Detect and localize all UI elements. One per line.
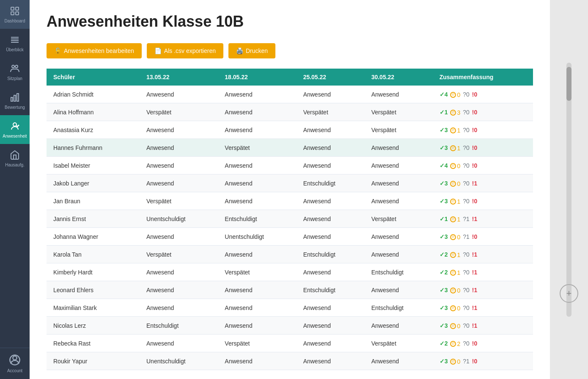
table-row: Isabel MeisterAnwesendAnwesendAnwesendAn… bbox=[47, 157, 533, 174]
table-row: Johanna WagnerAnwesendUnentschuldigtAnwe… bbox=[47, 228, 533, 246]
anwesenheit-icon bbox=[9, 120, 21, 132]
summary-cell: ✓3⏱0?0!1 bbox=[433, 281, 533, 299]
svg-point-13 bbox=[13, 123, 16, 126]
table-row: Adrian SchmidtAnwesendAnwesendAnwesendAn… bbox=[47, 86, 533, 103]
summary-cell: ✓3⏱1?0!0 bbox=[433, 192, 533, 210]
print-icon: 🖨️ bbox=[236, 47, 243, 54]
summary-cell: ✓3⏱0?1!0 bbox=[433, 228, 533, 246]
table-row: Roukir YapurUnentschuldigtAnwesendAnwese… bbox=[47, 352, 533, 370]
main-content: Anwesenheiten Klasse 10B 🔓 Anwesenheiten… bbox=[30, 0, 550, 379]
account-icon bbox=[9, 354, 21, 367]
summary-cell: ✓1⏱3?0!0 bbox=[433, 103, 533, 121]
svg-rect-11 bbox=[14, 95, 16, 101]
table-row: Nicolas LerzEntschuldigtAnwesendAnwesend… bbox=[47, 317, 533, 335]
table-row: Jannis ErnstUnentschuldigtEntschuldigtAn… bbox=[47, 210, 533, 228]
summary-cell: ✓2⏱2?0!0 bbox=[433, 335, 533, 352]
scrollbar-track[interactable] bbox=[566, 63, 572, 317]
sidebar: Dashboard Überblick Sitzplan bbox=[0, 0, 30, 379]
attendance-table: Schüler 13.05.22 18.05.22 25.05.22 30.05… bbox=[47, 69, 533, 370]
table-header-row: Schüler 13.05.22 18.05.22 25.05.22 30.05… bbox=[47, 69, 533, 86]
right-panel: + bbox=[550, 0, 588, 379]
summary-cell: ✓2⏱1?0!1 bbox=[433, 263, 533, 281]
table-row: Kimberly HardtAnwesendVerspätetAnwesendE… bbox=[47, 263, 533, 281]
col-header-date2: 18.05.22 bbox=[218, 69, 296, 86]
table-row: Rebecka RastAnwesendVerspätetAnwesendVer… bbox=[47, 335, 533, 352]
sidebar-item-sitzplan[interactable]: Sitzplan bbox=[0, 58, 30, 86]
svg-point-9 bbox=[15, 65, 18, 68]
sidebar-item-anwesenheit-label: Anwesenheit bbox=[3, 134, 27, 139]
add-column-button[interactable]: + bbox=[560, 284, 578, 303]
sitzplan-icon bbox=[9, 63, 21, 75]
scrollbar-thumb[interactable] bbox=[566, 67, 572, 101]
table-row: Jan BraunVerspätetAnwesendAnwesendAnwese… bbox=[47, 192, 533, 210]
col-header-summary: Zusammenfassung bbox=[433, 69, 533, 86]
table-row: Karola TanVerspätetAnwesendEntschuldigtA… bbox=[47, 246, 533, 263]
print-button-label: Drucken bbox=[246, 47, 268, 54]
sidebar-item-bewertung-label: Bewertung bbox=[5, 105, 25, 110]
page-title: Anwesenheiten Klasse 10B bbox=[47, 13, 533, 30]
summary-cell: ✓3⏱1?0!0 bbox=[433, 139, 533, 157]
table-row: Alina HoffmannVerspätetAnwesendVerspätet… bbox=[47, 103, 533, 121]
sidebar-item-dashboard[interactable]: Dashboard bbox=[0, 0, 30, 29]
sidebar-item-ueberblick-label: Überblick bbox=[6, 47, 24, 53]
sidebar-item-dashboard-label: Dashboard bbox=[5, 19, 25, 24]
export-csv-button[interactable]: 📄 Als .csv exportieren bbox=[147, 43, 223, 58]
dashboard-icon bbox=[9, 5, 21, 17]
summary-cell: ✓1⏱1?1!1 bbox=[433, 210, 533, 228]
svg-rect-1 bbox=[16, 7, 19, 10]
table-row: Anastasia KurzAnwesendAnwesendAnwesendVe… bbox=[47, 121, 533, 139]
col-header-date3: 25.05.22 bbox=[297, 69, 365, 86]
page-content: Anwesenheiten Klasse 10B 🔓 Anwesenheiten… bbox=[30, 0, 550, 379]
table-row: Jakob LangerAnwesendAnwesendEntschuldigt… bbox=[47, 174, 533, 192]
summary-cell: ✓4⏱0?0!0 bbox=[433, 157, 533, 174]
summary-cell: ✓4⏱0?0!0 bbox=[433, 86, 533, 103]
summary-cell: ✓2⏱1?0!1 bbox=[433, 246, 533, 263]
account-label: Account bbox=[7, 368, 22, 373]
col-header-schueler: Schüler bbox=[47, 69, 140, 86]
sidebar-item-sitzplan-label: Sitzplan bbox=[7, 76, 22, 81]
svg-rect-10 bbox=[11, 97, 13, 101]
edit-icon: 🔓 bbox=[54, 47, 61, 54]
summary-cell: ✓3⏱0?0!1 bbox=[433, 299, 533, 317]
summary-cell: ✓3⏱1?0!0 bbox=[433, 121, 533, 139]
edit-attendance-button[interactable]: 🔓 Anwesenheiten bearbeiten bbox=[47, 43, 142, 58]
print-button[interactable]: 🖨️ Drucken bbox=[228, 43, 275, 58]
summary-cell: ✓3⏱0?0!1 bbox=[433, 317, 533, 335]
sidebar-item-ueberblick[interactable]: Überblick bbox=[0, 29, 30, 58]
svg-rect-2 bbox=[11, 12, 14, 15]
col-header-date1: 13.05.22 bbox=[140, 69, 218, 86]
table-row: Leonard EhlersAnwesendAnwesendEntschuldi… bbox=[47, 281, 533, 299]
toolbar: 🔓 Anwesenheiten bearbeiten 📄 Als .csv ex… bbox=[47, 43, 533, 58]
sidebar-item-anwesenheit[interactable]: Anwesenheit bbox=[0, 115, 30, 144]
svg-point-14 bbox=[13, 356, 16, 360]
sidebar-item-hausaufgaben[interactable]: Hausaufg. bbox=[0, 144, 30, 173]
bewertung-icon bbox=[9, 91, 21, 103]
svg-rect-0 bbox=[11, 7, 14, 10]
summary-cell: ✓3⏱0?0!1 bbox=[433, 174, 533, 192]
sidebar-item-hausaufgaben-label: Hausaufg. bbox=[5, 163, 25, 168]
ueberblick-icon bbox=[9, 34, 21, 46]
export-button-label: Als .csv exportieren bbox=[164, 47, 216, 54]
table-row: Hannes FuhrmannAnwesendVerspätetAnwesend… bbox=[47, 139, 533, 157]
svg-rect-3 bbox=[16, 12, 19, 15]
summary-cell: ✓3⏱0?1!0 bbox=[433, 352, 533, 370]
col-header-date4: 30.05.22 bbox=[365, 69, 433, 86]
sidebar-item-account[interactable]: Account bbox=[0, 348, 30, 379]
sidebar-item-bewertung[interactable]: Bewertung bbox=[0, 86, 30, 115]
table-row: Maximilian StarkAnwesendAnwesendAnwesend… bbox=[47, 299, 533, 317]
hausaufgaben-icon bbox=[9, 149, 21, 161]
edit-button-label: Anwesenheiten bearbeiten bbox=[64, 47, 134, 54]
export-icon: 📄 bbox=[154, 47, 162, 54]
svg-point-8 bbox=[12, 65, 14, 68]
svg-rect-12 bbox=[17, 94, 19, 101]
